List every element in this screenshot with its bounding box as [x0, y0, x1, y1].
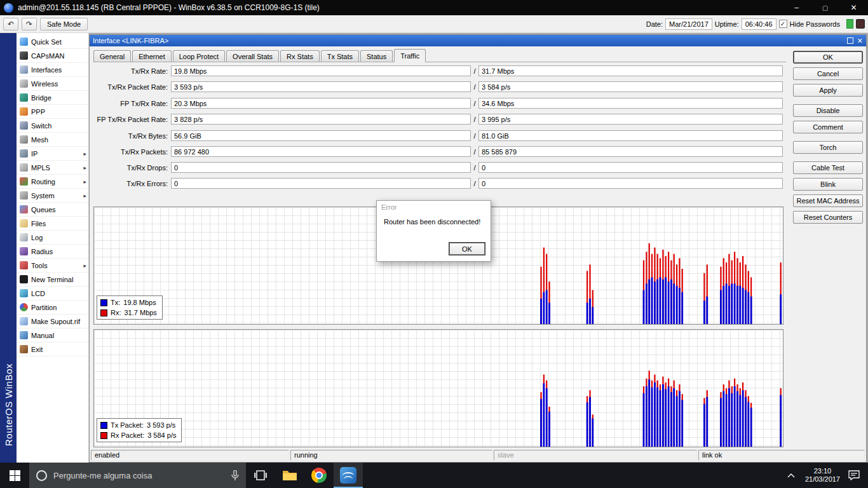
task-view-button[interactable]	[246, 463, 275, 488]
submenu-arrow-icon: ▸	[83, 193, 86, 199]
windows-taskbar: Pergunte-me alguma coisa 23:10	[0, 463, 868, 488]
cable-test-button[interactable]: Cable Test	[793, 161, 863, 174]
status-running: running	[290, 450, 492, 461]
tab-tx-stats[interactable]: Tx Stats	[321, 50, 359, 62]
sidebar-item-ip[interactable]: IP▸	[17, 147, 88, 161]
minimize-button[interactable]: –	[782, 0, 811, 15]
sidebar-item-interfaces[interactable]: Interfaces	[17, 63, 88, 77]
tx-rate-input[interactable]	[171, 65, 471, 76]
sidebar-item-queues[interactable]: Queues	[17, 203, 88, 217]
microphone-icon[interactable]	[231, 470, 239, 481]
sidebar-item-make-supout[interactable]: Make Supout.rif	[17, 315, 88, 329]
chevron-up-icon	[787, 473, 795, 478]
ok-button[interactable]: OK	[793, 51, 863, 64]
sidebar-item-lcd[interactable]: LCD	[17, 287, 88, 301]
hide-passwords-label: Hide Passwords	[790, 20, 840, 28]
file-explorer-button[interactable]	[275, 463, 304, 488]
ppp-icon	[20, 107, 28, 116]
sidebar-item-partition[interactable]: Partition	[17, 301, 88, 315]
sidebar-item-wireless[interactable]: Wireless	[17, 77, 88, 91]
maximize-button[interactable]: ▢	[811, 0, 839, 15]
sidebar-item-system[interactable]: System▸	[17, 189, 88, 203]
rx-rate-input[interactable]	[478, 65, 783, 76]
chrome-button[interactable]	[304, 463, 334, 488]
log-icon	[20, 233, 28, 241]
redo-button[interactable]: ↷	[22, 18, 37, 30]
date-label: Date:	[646, 20, 663, 28]
tab-ethernet[interactable]: Ethernet	[132, 50, 172, 62]
sidebar-item-log[interactable]: Log	[17, 231, 88, 245]
tab-status[interactable]: Status	[360, 50, 393, 62]
disable-button[interactable]: Disable	[793, 104, 863, 117]
tab-overall-stats[interactable]: Overall Stats	[226, 50, 279, 62]
close-icon[interactable]: ✕	[857, 37, 863, 44]
close-button[interactable]: ✕	[839, 0, 868, 15]
tx-packets-input[interactable]	[171, 146, 471, 157]
supout-icon	[20, 317, 28, 325]
traffic-form: Tx/Rx Rate: / Tx/Rx Packet Rate: / FP Tx…	[93, 65, 786, 194]
restore-icon[interactable]	[847, 37, 853, 44]
sidebar-item-files[interactable]: Files	[17, 217, 88, 231]
cancel-button[interactable]: Cancel	[793, 67, 863, 80]
tab-rx-stats[interactable]: Rx Stats	[280, 50, 320, 62]
error-ok-button[interactable]: OK	[449, 242, 485, 255]
sidebar-item-tools[interactable]: Tools▸	[17, 259, 88, 273]
tx-packet-rate-input[interactable]	[171, 81, 471, 92]
sidebar-item-new-terminal[interactable]: New Terminal	[17, 273, 88, 287]
rx-drops-input[interactable]	[478, 162, 783, 173]
sidebar-item-switch[interactable]: Switch	[17, 119, 88, 133]
rx-errors-input[interactable]	[478, 178, 783, 189]
winbox-taskbar-button[interactable]	[334, 463, 363, 488]
hide-passwords-checkbox[interactable]: ✓	[779, 20, 787, 28]
sidebar-item-bridge[interactable]: Bridge	[17, 91, 88, 105]
packet-rate-chart: Tx Packet:3 593 p/s Rx Packet:3 584 p/s	[93, 329, 783, 447]
tx-bytes-input[interactable]	[171, 130, 471, 141]
tab-loop-protect[interactable]: Loop Protect	[173, 50, 225, 62]
taskbar-clock[interactable]: 23:10 21/03/2017	[800, 467, 845, 484]
fp-rx-packet-rate-input[interactable]	[478, 114, 783, 125]
status-enabled: enabled	[91, 450, 289, 461]
cortana-search[interactable]: Pergunte-me alguma coisa	[29, 463, 246, 488]
sidebar-item-label: Wireless	[31, 80, 58, 88]
mesh-icon	[20, 135, 28, 144]
tx-drops-input[interactable]	[171, 162, 471, 173]
sidebar-item-radius[interactable]: Radius	[17, 245, 88, 259]
reset-counters-button[interactable]: Reset Counters	[793, 211, 863, 224]
undo-button[interactable]: ↶	[3, 18, 18, 30]
safe-mode-button[interactable]: Safe Mode	[40, 18, 88, 30]
tray-expand-button[interactable]	[782, 473, 800, 478]
interface-statusbar: enabled running slave link ok	[91, 450, 865, 461]
sidebar-item-routing[interactable]: Routing▸	[17, 175, 88, 189]
tab-traffic[interactable]: Traffic	[394, 49, 426, 62]
legend-label: Tx:	[111, 299, 120, 306]
blink-button[interactable]: Blink	[793, 178, 863, 191]
sidebar-item-ppp[interactable]: PPP	[17, 105, 88, 119]
start-button[interactable]	[0, 463, 29, 488]
comment-button[interactable]: Comment	[793, 121, 863, 133]
sidebar-item-manual[interactable]: Manual	[17, 329, 88, 342]
field-separator: /	[471, 100, 478, 107]
fp-tx-packet-rate-input[interactable]	[171, 114, 471, 125]
sidebar-item-exit[interactable]: Exit	[17, 342, 88, 356]
sidebar-item-mesh[interactable]: Mesh	[17, 133, 88, 147]
winbox-app-icon	[4, 3, 13, 13]
sidebar-item-label: LCD	[31, 290, 45, 297]
rx-packet-rate-input[interactable]	[478, 81, 783, 92]
sidebar-item-label: Log	[31, 234, 43, 241]
submenu-arrow-icon: ▸	[83, 179, 86, 185]
reset-mac-address-button[interactable]: Reset MAC Address	[793, 194, 863, 207]
apply-button[interactable]: Apply	[793, 84, 863, 97]
sidebar-item-quick-set[interactable]: Quick Set	[17, 35, 88, 49]
rx-packets-input[interactable]	[478, 146, 783, 157]
torch-button[interactable]: Torch	[793, 141, 863, 154]
rx-bytes-input[interactable]	[478, 130, 783, 141]
sidebar-item-capsman[interactable]: CAPsMAN	[17, 49, 88, 63]
tab-general[interactable]: General	[93, 50, 131, 62]
action-center-button[interactable]	[845, 470, 863, 480]
sidebar-item-mpls[interactable]: MPLS▸	[17, 161, 88, 175]
error-dialog-title[interactable]: Error	[377, 201, 491, 214]
fp-rx-rate-input[interactable]	[478, 98, 783, 109]
fp-tx-rate-input[interactable]	[171, 98, 471, 109]
tx-errors-input[interactable]	[171, 178, 471, 189]
interface-window-titlebar[interactable]: Interface <LINK-FIBRA> ✕	[90, 35, 866, 46]
